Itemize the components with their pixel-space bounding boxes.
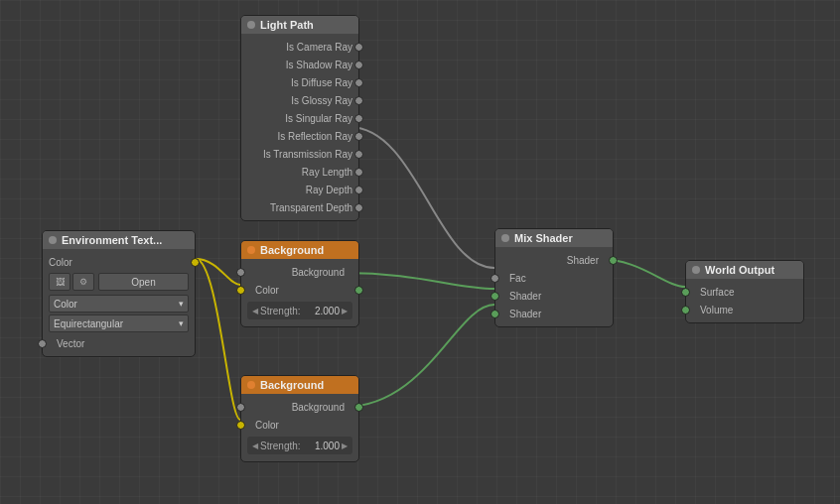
world-output-title: World Output [705, 264, 774, 276]
light-path-row-transmission: Is Transmission Ray [241, 145, 358, 163]
background-lower-node: Background Background Color ◀ Strength: … [240, 375, 359, 462]
world-output-node: World Output Surface Volume [685, 260, 804, 323]
singular-ray-socket[interactable] [354, 114, 363, 123]
env-vector-socket[interactable] [38, 339, 47, 348]
bg-upper-strength-value: 2.000 [315, 306, 340, 316]
env-color-socket[interactable] [191, 258, 200, 267]
transmission-ray-label: Is Transmission Ray [247, 149, 352, 160]
connection-bg-lower-mix-shader2 [345, 305, 494, 407]
mix-shader-out-socket[interactable] [609, 256, 618, 265]
mix-shader-body: Shader Fac Shader Shader [495, 247, 613, 326]
world-output-dot [692, 266, 700, 274]
bg-lower-color-label: Color [255, 420, 279, 431]
bg-lower-strength-right-arrow[interactable]: ▶ [342, 441, 348, 450]
singular-ray-label: Is Singular Ray [247, 113, 352, 124]
bg-upper-bg-in-socket[interactable] [236, 268, 245, 277]
world-output-header[interactable]: World Output [686, 261, 803, 279]
light-path-dot [247, 21, 255, 29]
bg-upper-color-socket[interactable] [236, 286, 245, 295]
light-path-row-diffuse: Is Diffuse Ray [241, 73, 358, 91]
env-vector-row: Vector [43, 334, 195, 352]
bg-upper-color-label: Color [255, 285, 279, 296]
connection-lightpath-mixshader [350, 127, 494, 268]
bg-lower-strength-left-arrow[interactable]: ◀ [252, 441, 258, 450]
env-color-field[interactable]: Color [49, 295, 189, 313]
transmission-ray-socket[interactable] [354, 150, 363, 159]
bg-upper-out-socket[interactable] [354, 286, 363, 295]
light-path-row-singular: Is Singular Ray [241, 109, 358, 127]
env-preview-area: 🖼 ⚙ Open [43, 271, 195, 293]
world-surface-socket[interactable] [681, 288, 690, 297]
diffuse-ray-label: Is Diffuse Ray [247, 77, 352, 88]
ray-length-socket[interactable] [354, 168, 363, 177]
mix-shader-out-row: Shader [495, 251, 613, 269]
bg-lower-strength-label: Strength: [260, 441, 301, 451]
env-texture-title: Environment Text... [62, 234, 162, 246]
bg-lower-color-row: Color [241, 416, 358, 434]
env-vector-label: Vector [57, 338, 84, 349]
background-upper-body: Background Color ◀ Strength: 2.000 ▶ [241, 259, 358, 326]
ray-length-label: Ray Length [247, 167, 352, 178]
light-path-header[interactable]: Light Path [241, 16, 358, 34]
bg-upper-strength-left-arrow[interactable]: ◀ [252, 307, 258, 315]
camera-ray-label: Is Camera Ray [247, 42, 352, 53]
env-icon-buttons: 🖼 ⚙ [49, 273, 94, 291]
ray-depth-socket[interactable] [354, 186, 363, 194]
mix-shader2-row: Shader [495, 305, 613, 322]
world-surface-row: Surface [686, 283, 803, 301]
world-surface-label: Surface [700, 287, 734, 298]
bg-upper-bg-label: Background [247, 267, 352, 278]
background-lower-body: Background Color ◀ Strength: 1.000 ▶ [241, 394, 358, 461]
bg-lower-bg-in-socket[interactable] [236, 403, 245, 412]
bg-upper-strength-right-arrow[interactable]: ▶ [342, 307, 348, 315]
env-open-button[interactable]: Open [98, 273, 189, 291]
background-lower-header[interactable]: Background [241, 376, 358, 394]
mix-shader-title: Mix Shader [514, 232, 573, 244]
light-path-row-reflection: Is Reflection Ray [241, 127, 358, 145]
reflection-ray-label: Is Reflection Ray [247, 131, 352, 142]
light-path-row-shadow: Is Shadow Ray [241, 56, 358, 73]
bg-upper-strength-row[interactable]: ◀ Strength: 2.000 ▶ [247, 302, 352, 319]
connection-envtex-bg-upper-color [196, 259, 240, 285]
env-projection-select[interactable]: Equirectangular [49, 315, 189, 332]
world-output-body: Surface Volume [686, 279, 803, 322]
env-color-label: Color [49, 257, 72, 268]
mix-fac-label: Fac [509, 273, 526, 284]
shadow-ray-socket[interactable] [354, 61, 363, 69]
bg-lower-out-socket[interactable] [354, 403, 363, 412]
light-path-node: Light Path Is Camera Ray Is Shadow Ray I… [240, 15, 359, 221]
light-path-body: Is Camera Ray Is Shadow Ray Is Diffuse R… [241, 34, 358, 220]
env-texture-body: Color 🖼 ⚙ Open Color Equirectangular Vec… [43, 249, 195, 356]
env-texture-node: Environment Text... Color 🖼 ⚙ Open Color… [42, 230, 196, 357]
background-upper-header[interactable]: Background [241, 241, 358, 259]
connection-envtex-bg-lower-color [196, 259, 240, 420]
mix-shader-node: Mix Shader Shader Fac Shader Shader [494, 228, 614, 327]
bg-lower-bg-row: Background [241, 398, 358, 416]
reflection-ray-socket[interactable] [354, 132, 363, 141]
world-volume-socket[interactable] [681, 306, 690, 315]
bg-lower-color-socket[interactable] [236, 421, 245, 430]
mix-shader-out-label: Shader [501, 255, 607, 266]
diffuse-ray-socket[interactable] [354, 78, 363, 87]
mix-shader2-socket[interactable] [490, 310, 499, 318]
light-path-row-transparent-depth: Transparent Depth [241, 198, 358, 216]
env-color-row: Color [43, 253, 195, 271]
mix-shader-header[interactable]: Mix Shader [495, 229, 613, 247]
mix-fac-socket[interactable] [490, 274, 499, 283]
transparent-depth-socket[interactable] [354, 203, 363, 212]
bg-lower-strength-row[interactable]: ◀ Strength: 1.000 ▶ [247, 437, 352, 454]
background-upper-node: Background Background Color ◀ Strength: … [240, 240, 359, 327]
mix-shader1-socket[interactable] [490, 292, 499, 301]
glossy-ray-label: Is Glossy Ray [247, 95, 352, 106]
mix-shader1-label: Shader [509, 291, 541, 302]
background-lower-dot [247, 381, 255, 389]
mix-shader1-row: Shader [495, 287, 613, 305]
env-icon-btn-2[interactable]: ⚙ [72, 273, 94, 291]
world-volume-label: Volume [700, 305, 733, 315]
glossy-ray-socket[interactable] [354, 96, 363, 105]
env-texture-header[interactable]: Environment Text... [43, 231, 195, 249]
camera-ray-socket[interactable] [354, 43, 363, 52]
env-icon-btn-1[interactable]: 🖼 [49, 273, 70, 291]
bg-lower-bg-label: Background [247, 402, 352, 413]
background-lower-title: Background [260, 379, 324, 391]
